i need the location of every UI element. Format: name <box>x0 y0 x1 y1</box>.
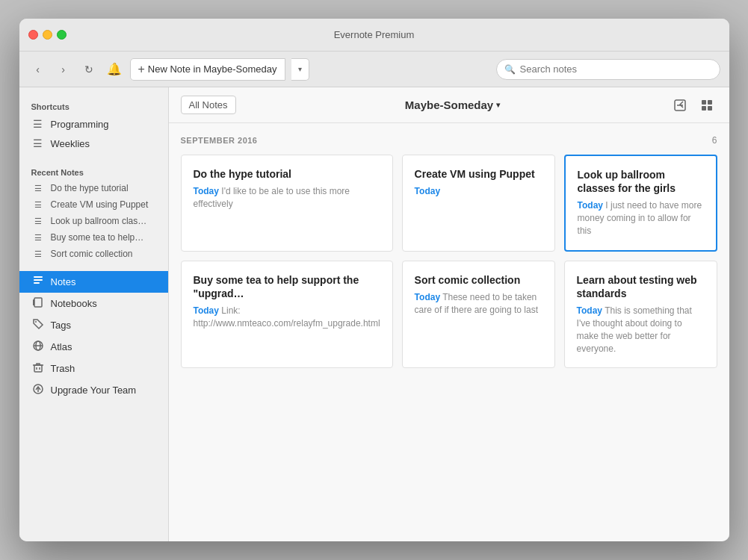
recent-note-comics[interactable]: ☰ Sort comic collection <box>19 246 168 262</box>
chevron-down-icon: ▾ <box>496 101 500 109</box>
all-notes-button[interactable]: All Notes <box>181 96 236 114</box>
atlas-icon <box>31 340 45 354</box>
recent-note-label: Look up ballroom clas… <box>51 216 147 226</box>
note-card-4[interactable]: Sort comic collection Today These need t… <box>402 261 555 368</box>
note-icon: ☰ <box>31 233 45 243</box>
note-icon: ☰ <box>31 217 45 226</box>
recent-note-do-hype[interactable]: ☰ Do the hype tutorial <box>19 180 168 196</box>
share-icon[interactable] <box>670 95 690 116</box>
sidebar-item-atlas[interactable]: Atlas <box>19 336 168 358</box>
notes-area: SEPTEMBER 2016 6 Do the hype tutorial To… <box>169 123 729 541</box>
today-label-1: Today <box>415 186 440 196</box>
note-icon: ☰ <box>31 137 45 149</box>
upgrade-icon <box>31 383 45 397</box>
tags-icon <box>31 318 45 332</box>
sidebar: Shortcuts ☰ Programming ☰ Weeklies Recen… <box>19 87 169 541</box>
close-button[interactable] <box>28 30 38 40</box>
recent-note-tea[interactable]: ☰ Buy some tea to help… <box>19 229 168 246</box>
note-title-3: Buy some tea to help support the "upgrad… <box>194 273 380 300</box>
sidebar-item-label: Weeklies <box>51 138 90 149</box>
note-icon: ☰ <box>31 200 45 210</box>
forward-button[interactable]: › <box>54 60 73 79</box>
today-label-0: Today <box>194 186 219 196</box>
grid-view-icon[interactable] <box>696 95 717 116</box>
titlebar: Evernote Premium <box>19 19 729 52</box>
plus-icon: + <box>138 63 145 76</box>
content-actions <box>670 95 717 116</box>
sidebar-item-upgrade[interactable]: Upgrade Your Team <box>19 379 168 401</box>
sidebar-item-programming[interactable]: ☰ Programming <box>19 114 168 134</box>
search-bar: 🔍 <box>496 59 720 80</box>
section-date: SEPTEMBER 2016 <box>181 136 258 145</box>
sidebar-item-tags[interactable]: Tags <box>19 314 168 336</box>
recent-note-label: Create VM using Puppet <box>51 199 149 210</box>
notes-label: Notes <box>51 276 76 287</box>
new-note-label: New Note in Maybe-Someday <box>148 63 277 75</box>
search-input[interactable] <box>520 63 712 75</box>
new-note-dropdown-button[interactable]: ▾ <box>291 58 309 81</box>
recent-note-label: Do the hype tutorial <box>51 183 129 193</box>
notebook-name: Maybe-Someday <box>405 99 493 111</box>
note-card-1[interactable]: Create VM using Puppet Today <box>402 155 555 252</box>
sidebar-item-weeklies[interactable]: ☰ Weeklies <box>19 134 168 153</box>
note-title-2: Look up ballroom classes for the girls <box>578 168 704 195</box>
today-label-5: Today <box>577 305 602 316</box>
preview-text-3: Link: http://www.nmteaco.com/relayfm_upg… <box>194 305 380 329</box>
minimize-button[interactable] <box>43 30 52 40</box>
refresh-button[interactable]: ↻ <box>79 60 99 79</box>
notebooks-label: Notebooks <box>51 298 97 309</box>
content-header: All Notes Maybe-Someday ▾ <box>169 87 729 123</box>
recent-note-ballroom[interactable]: ☰ Look up ballroom clas… <box>19 213 168 229</box>
sidebar-item-trash[interactable]: Trash <box>19 358 168 379</box>
note-card-2[interactable]: Look up ballroom classes for the girls T… <box>564 155 717 252</box>
svg-rect-17 <box>708 100 712 105</box>
note-icon: ☰ <box>31 184 45 193</box>
back-button[interactable]: ‹ <box>28 60 48 79</box>
sidebar-item-notes[interactable]: Notes <box>19 271 168 293</box>
sidebar-item-notebooks[interactable]: Notebooks <box>19 293 168 314</box>
recent-note-label: Sort comic collection <box>51 249 133 259</box>
note-preview-3: Today Link: http://www.nmteaco.com/relay… <box>194 305 380 330</box>
traffic-lights <box>28 30 67 40</box>
trash-label: Trash <box>51 363 75 374</box>
shortcuts-label: Shortcuts <box>19 96 168 114</box>
today-label-3: Today <box>194 305 219 316</box>
svg-point-5 <box>35 321 37 323</box>
recent-note-label: Buy some tea to help… <box>51 232 144 243</box>
atlas-label: Atlas <box>51 341 72 352</box>
note-preview-5: Today This is something that I've though… <box>577 305 705 355</box>
today-label-2: Today <box>578 200 603 211</box>
upgrade-label: Upgrade Your Team <box>51 385 137 396</box>
toolbar: ‹ › ↻ 🔔 + New Note in Maybe-Someday ▾ 🔍 <box>19 52 729 87</box>
svg-rect-19 <box>708 106 712 111</box>
note-card-3[interactable]: Buy some tea to help support the "upgrad… <box>181 261 393 368</box>
note-card-5[interactable]: Learn about testing web standards Today … <box>564 261 717 368</box>
notebook-title[interactable]: Maybe-Someday ▾ <box>236 99 670 111</box>
note-icon: ☰ <box>31 118 45 130</box>
svg-rect-1 <box>34 279 43 281</box>
app-window: Evernote Premium ‹ › ↻ 🔔 + New Note in M… <box>19 19 729 541</box>
today-label-4: Today <box>415 292 440 302</box>
maximize-button[interactable] <box>57 30 67 40</box>
recent-notes-label: Recent Notes <box>19 162 168 180</box>
note-title-1: Create VM using Puppet <box>415 167 543 181</box>
svg-rect-4 <box>33 299 34 305</box>
note-preview-0: Today I'd like to be ale to use this mor… <box>194 185 380 211</box>
svg-rect-9 <box>34 365 42 372</box>
note-title-0: Do the hype tutorial <box>194 167 380 181</box>
notebooks-icon <box>31 296 45 311</box>
note-card-0[interactable]: Do the hype tutorial Today I'd like to b… <box>181 155 393 252</box>
new-note-button[interactable]: + New Note in Maybe-Someday <box>130 58 285 81</box>
tags-label: Tags <box>51 320 71 331</box>
svg-rect-2 <box>34 282 40 284</box>
section-header: SEPTEMBER 2016 6 <box>181 135 717 146</box>
note-title-5: Learn about testing web standards <box>577 273 705 300</box>
app-title: Evernote Premium <box>334 29 415 40</box>
main-layout: Shortcuts ☰ Programming ☰ Weeklies Recen… <box>19 87 729 541</box>
svg-rect-0 <box>34 276 43 278</box>
notifications-button[interactable]: 🔔 <box>105 60 124 79</box>
recent-note-create-vm[interactable]: ☰ Create VM using Puppet <box>19 196 168 213</box>
notes-icon <box>31 275 45 289</box>
note-preview-4: Today These need to be taken care of if … <box>415 291 543 317</box>
trash-icon <box>31 361 45 376</box>
